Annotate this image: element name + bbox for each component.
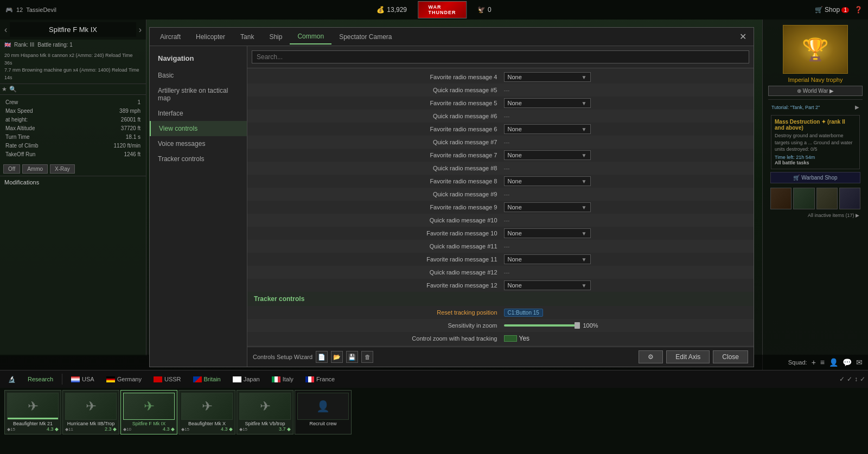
aircraft-br: 3.7 ◆ (279, 426, 291, 432)
setting-quick8: Quick radio message #8 --- (247, 162, 754, 175)
tab-helicopter[interactable]: Helicopter (188, 30, 233, 44)
aircraft-card-bfighter-x[interactable]: ✈ Beaufighter Mk X ◆15 4.3 ◆ (178, 390, 235, 434)
fav12-dropdown[interactable]: None ▼ (504, 280, 591, 290)
warband-shop[interactable]: 🛒 Warband Shop (770, 172, 860, 183)
aircraft-card-recruit[interactable]: 👤 Recruit crew (295, 390, 352, 434)
squad-profile-icon[interactable]: 👤 (829, 358, 838, 367)
aircraft-card-bfighter21[interactable]: ✈ Beaufighter Mk 21 ◆15 4.3 ◆ (4, 390, 61, 434)
nav-basic[interactable]: Basic (150, 68, 247, 83)
prev-plane-button[interactable]: ‹ (4, 25, 7, 35)
close-icon[interactable]: ✕ (735, 31, 751, 42)
tab-france[interactable]: France (300, 374, 340, 385)
settings-icon[interactable]: ⚙ (639, 350, 663, 363)
setting-head-zoom: Control zoom with head tracking Yes (247, 332, 754, 345)
tab-germany[interactable]: Germany (101, 374, 147, 385)
inactive-items[interactable]: All inactive items (17) ▶ (768, 212, 863, 219)
squad-chat-icon[interactable]: 💬 (843, 358, 852, 367)
fav6-dropdown[interactable]: None ▼ (504, 124, 591, 134)
help-button[interactable]: ❓ (854, 6, 863, 14)
zoom-slider-thumb[interactable] (575, 322, 580, 329)
tab-ussr[interactable]: USSR (148, 374, 187, 385)
research-tabs: 🔬 Research USA Germany USSR Britain Japa… (0, 370, 868, 388)
research-tool-4[interactable]: ✓ (860, 375, 865, 383)
wizard-icon-1[interactable]: 📄 (316, 351, 328, 363)
tab-tank[interactable]: Tank (233, 30, 261, 44)
setting-quick11: Quick radio message #11 --- (247, 240, 754, 253)
setting-value: None ▼ (504, 124, 748, 134)
setting-value: --- (504, 87, 748, 93)
setting-label: Quick radio message #5 (254, 87, 504, 93)
tab-usa[interactable]: USA (66, 374, 100, 385)
tab-japan[interactable]: Japan (227, 374, 265, 385)
tab-italy[interactable]: Italy (266, 374, 299, 385)
search-input[interactable] (252, 50, 749, 63)
xray-button[interactable]: X-Ray (50, 164, 75, 174)
fav4-dropdown[interactable]: None ▼ (504, 72, 591, 82)
nav-voice[interactable]: Voice messages (150, 136, 247, 151)
item-thumb-1[interactable] (770, 188, 792, 209)
squad-add-icon[interactable]: + (812, 358, 816, 367)
aircraft-card-spitfire9[interactable]: ✈ Spitfire F Mk IX ◆10 4.3 ◆ (120, 390, 177, 434)
wt-logo: WARTHUNDER (418, 1, 467, 18)
tab-spectator[interactable]: Spectator Camera (331, 30, 399, 44)
setting-value: None ▼ (504, 98, 748, 108)
off-button[interactable]: Off (3, 164, 20, 174)
research-tool-1[interactable]: ✓ (839, 375, 845, 383)
settings-list: Favorite radio message 4 None ▼ Quick ra… (247, 68, 754, 347)
fav9-dropdown[interactable]: None ▼ (504, 202, 591, 212)
setting-value: None ▼ (504, 280, 748, 290)
research-tool-3[interactable]: ↕ (854, 375, 858, 383)
next-plane-button[interactable]: › (139, 25, 142, 35)
squad-mail-icon[interactable]: ✉ (856, 358, 863, 367)
nav-view-controls[interactable]: View controls (150, 121, 247, 136)
tutorial-link[interactable]: Tutorial: "Tank, Part 2" ▶ (768, 102, 863, 112)
search-plane-button[interactable]: 🔍 (9, 86, 17, 93)
aircraft-card-spitfire-vb[interactable]: ✈ Spitfire Mk Vb/trop ◆15 3.7 ◆ (237, 390, 293, 434)
aircraft-image: ✈ (7, 393, 59, 420)
bookmark-button[interactable]: ★ (2, 86, 7, 93)
shop-button[interactable]: 🛒 Shop 1 (815, 6, 849, 14)
fav11-dropdown[interactable]: None ▼ (504, 254, 591, 264)
aircraft-card-hurricane[interactable]: ✈ Hurricane Mk IIB/Trop ◆11 2.3 ◆ (62, 390, 119, 434)
fav5-dropdown[interactable]: None ▼ (504, 98, 591, 108)
eagles-icon: 🦅 (477, 6, 486, 14)
world-war-button[interactable]: ⊕ World War ▶ (768, 86, 863, 96)
mass-destruction-box: Mass Destruction ✦ (rank II and above) D… (771, 115, 860, 169)
wizard-label: Controls Setup Wizard (253, 354, 312, 360)
edit-axis-button[interactable]: Edit Axis (666, 350, 710, 363)
item-thumb-4[interactable] (839, 188, 860, 209)
item-thumb-2[interactable] (793, 188, 814, 209)
tab-aircraft[interactable]: Aircraft (152, 30, 188, 44)
binding-tag[interactable]: C1:Button 15 (504, 309, 543, 317)
nav-artillery[interactable]: Artillery strike on tactical map (150, 83, 247, 106)
setting-label: Quick radio message #6 (254, 113, 504, 119)
research-toolbar: ✓ ✓ ↕ ✓ (839, 375, 865, 383)
aircraft-name: Beaufighter Mk X (181, 421, 233, 426)
fav8-dropdown[interactable]: None ▼ (504, 176, 591, 186)
player-name: TassieDevil (26, 7, 56, 13)
item-thumb-3[interactable] (816, 188, 838, 209)
squad-label: Squad: (788, 359, 807, 366)
close-button[interactable]: Close (713, 350, 748, 363)
head-zoom-toggle[interactable] (504, 335, 517, 342)
fav10-dropdown[interactable]: None ▼ (504, 228, 591, 238)
research-tool-2[interactable]: ✓ (847, 375, 852, 383)
top-bar-center: 💰 13,929 WARTHUNDER 🦅 0 (376, 1, 491, 18)
tab-britain[interactable]: Britain (188, 374, 226, 385)
setting-value: None ▼ (504, 176, 748, 186)
tab-ship[interactable]: Ship (261, 30, 290, 44)
fav7-dropdown[interactable]: None ▼ (504, 150, 591, 160)
ussr-label: USSR (164, 376, 181, 382)
setting-fav5: Favorite radio message 5 None ▼ (247, 97, 754, 110)
tab-common[interactable]: Common (290, 29, 331, 44)
research-tab-label[interactable]: Research (22, 374, 59, 385)
gb-flag: 🇬🇧 (4, 42, 11, 48)
setting-label: Quick radio message #11 (254, 243, 504, 250)
nav-interface[interactable]: Interface (150, 106, 247, 121)
wizard-icon-2[interactable]: 📂 (331, 351, 343, 363)
wizard-icon-4[interactable]: 🗑 (361, 351, 373, 363)
nav-tracker[interactable]: Tracker controls (150, 151, 247, 167)
ammo-button[interactable]: Ammo (22, 164, 48, 174)
wizard-icon-3[interactable]: 💾 (346, 351, 358, 363)
squad-list-icon[interactable]: ≡ (820, 358, 825, 367)
